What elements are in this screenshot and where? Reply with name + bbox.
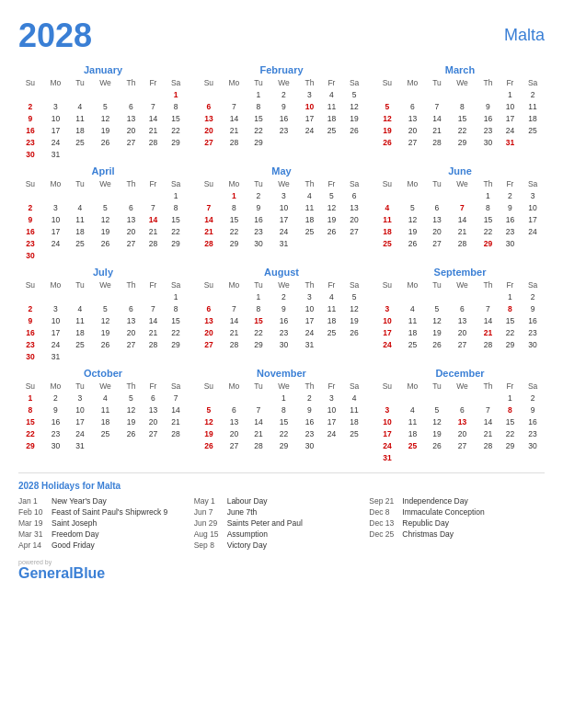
- calendar-day: 17: [321, 415, 342, 427]
- calendar-day: [143, 350, 164, 362]
- calendar-day: 13: [197, 314, 221, 326]
- weekday-header: We: [448, 279, 477, 290]
- calendar-day: 15: [247, 314, 270, 326]
- calendar-day: 26: [399, 237, 426, 249]
- calendar-day: 31: [375, 451, 399, 463]
- calendar-day: 28: [143, 237, 164, 249]
- calendar-day: 7: [477, 302, 500, 314]
- calendar-day: 20: [120, 124, 143, 136]
- calendar-day: 18: [69, 326, 91, 338]
- month-block-april: AprilSuMoTuWeThFrSa123456789101112131415…: [18, 165, 188, 261]
- calendar-day: 10: [298, 100, 321, 112]
- calendar-day: 3: [321, 392, 342, 404]
- weekday-header: Tu: [426, 77, 448, 88]
- weekday-header: Th: [298, 381, 321, 392]
- calendar-day: 5: [120, 392, 143, 404]
- weekday-header: Mo: [399, 381, 426, 392]
- calendar-day: 5: [426, 404, 448, 415]
- calendar-day: [91, 439, 120, 451]
- powered-by-section: powered by GeneralBlue: [18, 559, 545, 582]
- calendar-day: [120, 290, 143, 302]
- calendar-day: 23: [477, 124, 500, 136]
- holiday-item: Jun 7June 7th: [194, 507, 370, 517]
- calendar-day: 22: [221, 225, 247, 237]
- calendar-day: 4: [375, 201, 399, 213]
- calendar-day: 12: [426, 415, 448, 427]
- calendar-day: 12: [91, 112, 120, 124]
- calendar-day: [120, 189, 143, 201]
- calendar-day: 13: [120, 213, 143, 225]
- holiday-item: Sep 21Independence Day: [369, 496, 545, 506]
- calendar-day: [197, 392, 221, 404]
- calendar-day: 18: [342, 415, 366, 427]
- calendar-day: 8: [500, 302, 521, 314]
- calendar-day: 16: [18, 326, 42, 338]
- calendar-table: SuMoTuWeThFrSa12345678910111213141516171…: [18, 381, 188, 451]
- weekday-header: Fr: [143, 381, 164, 392]
- calendar-day: 21: [143, 326, 164, 338]
- calendar-day: 9: [18, 112, 42, 124]
- calendar-day: 1: [500, 88, 521, 100]
- calendar-day: 22: [164, 326, 188, 338]
- calendar-day: 22: [164, 124, 188, 136]
- calendar-day: 14: [477, 314, 500, 326]
- calendar-day: 10: [42, 213, 69, 225]
- calendar-day: 17: [42, 326, 69, 338]
- calendar-day: 30: [247, 237, 270, 249]
- calendar-day: [399, 88, 426, 100]
- calendar-day: 2: [18, 100, 42, 112]
- calendar-day: [448, 392, 477, 404]
- holidays-grid: Jan 1New Year's DayFeb 10Feast of Saint …: [18, 496, 545, 550]
- calendar-day: 14: [247, 415, 270, 427]
- calendar-day: [164, 439, 188, 451]
- month-block-february: FebruarySuMoTuWeThFrSa123456789101112131…: [197, 64, 366, 160]
- calendar-day: 4: [342, 392, 366, 404]
- holiday-item: Aug 15Assumption: [194, 529, 370, 539]
- calendar-day: [42, 88, 69, 100]
- calendar-day: 21: [143, 225, 164, 237]
- calendar-day: 2: [18, 201, 42, 213]
- weekday-header: Sa: [521, 279, 545, 290]
- calendar-day: 8: [270, 404, 298, 415]
- calendar-day: 26: [342, 326, 366, 338]
- calendar-day: 13: [399, 112, 426, 124]
- month-block-august: AugustSuMoTuWeThFrSa12345678910111213141…: [197, 267, 366, 362]
- calendar-day: 29: [221, 237, 247, 249]
- weekday-header: Th: [298, 279, 321, 290]
- calendar-day: 17: [42, 225, 69, 237]
- calendar-day: 3: [298, 290, 321, 302]
- calendar-day: 4: [321, 88, 342, 100]
- holiday-item: Apr 14Good Friday: [18, 540, 194, 550]
- calendar-day: 14: [448, 213, 477, 225]
- calendar-day: 1: [247, 88, 270, 100]
- calendar-day: 6: [143, 392, 164, 404]
- month-name: March: [375, 64, 545, 75]
- weekday-header: Tu: [426, 381, 448, 392]
- calendar-day: 7: [477, 404, 500, 415]
- weekday-header: Sa: [521, 77, 545, 88]
- calendar-day: 21: [143, 124, 164, 136]
- calendar-day: [321, 439, 342, 451]
- calendar-day: 18: [321, 112, 342, 124]
- calendar-day: 28: [426, 136, 448, 148]
- holiday-item: May 1Labour Day: [194, 496, 370, 506]
- weekday-header: Mo: [399, 178, 426, 189]
- weekday-header: Tu: [69, 178, 91, 189]
- holiday-column: May 1Labour DayJun 7June 7thJun 29Saints…: [194, 496, 370, 550]
- calendar-day: 15: [221, 213, 247, 225]
- weekday-header: Th: [298, 77, 321, 88]
- calendar-day: 26: [91, 136, 120, 148]
- calendar-day: [448, 189, 477, 201]
- calendar-day: [69, 290, 91, 302]
- calendar-day: 21: [197, 225, 221, 237]
- holiday-name: Independence Day: [402, 496, 467, 506]
- calendar-day: 13: [120, 314, 143, 326]
- holiday-date: Feb 10: [18, 507, 48, 517]
- calendar-day: 28: [197, 237, 221, 249]
- calendar-day: 15: [164, 112, 188, 124]
- weekday-header: Tu: [247, 381, 270, 392]
- holiday-name: Freedom Day: [52, 529, 99, 539]
- calendar-day: 5: [91, 100, 120, 112]
- calendar-day: 31: [69, 439, 91, 451]
- calendar-day: 5: [342, 88, 366, 100]
